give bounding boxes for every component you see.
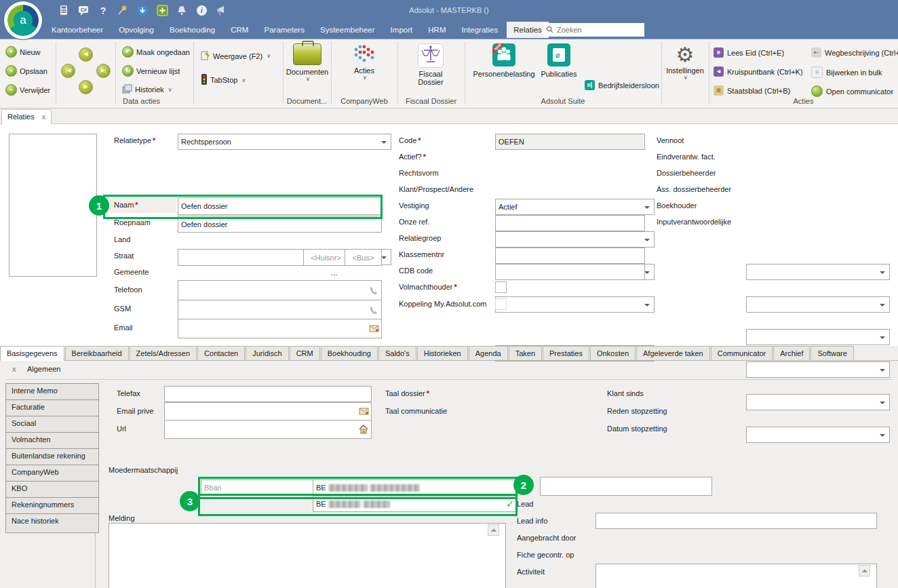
lead-info-input[interactable] [596, 513, 877, 529]
tab-afgeleverde-taken[interactable]: Afgeleverde taken [636, 346, 710, 360]
nav-next-button[interactable]: ▶ [79, 80, 93, 94]
email-prive-input[interactable] [164, 402, 372, 421]
personenbelasting-button[interactable]: NEW Personenbelasting [471, 43, 536, 78]
info-icon[interactable]: i [195, 5, 208, 17]
telefoon-input[interactable] [178, 280, 382, 300]
btw-number-field[interactable]: BE ✓ [313, 496, 518, 512]
tab-contacten[interactable]: Contacten [197, 346, 245, 360]
scroll-up-arrow[interactable] [488, 524, 499, 536]
tab-agenda[interactable]: Agenda [469, 346, 508, 360]
instellingen-button[interactable]: ⚙ Instellingen∨ [663, 45, 707, 81]
staatsblad-button[interactable]: ≋Staatsblad (Ctrl+B) [714, 85, 790, 96]
bus-input[interactable] [345, 249, 382, 266]
telefax-input[interactable] [164, 386, 372, 402]
download-icon[interactable] [136, 5, 149, 17]
bell-icon[interactable] [176, 5, 188, 17]
url-input[interactable] [164, 420, 372, 439]
open-communicator-button[interactable]: Open communicator [811, 85, 893, 97]
straat-input[interactable] [178, 249, 307, 266]
dossierbeheerder-dropdown[interactable] [746, 329, 890, 345]
menu-import[interactable]: Import [384, 22, 420, 38]
megaphone-icon[interactable] [216, 5, 228, 17]
relatietype-dropdown[interactable]: Rechtspersoon [178, 134, 391, 150]
klassementnr-input[interactable] [495, 248, 645, 264]
menu-hrm[interactable]: HRM [421, 22, 452, 38]
gsm-input[interactable] [178, 300, 382, 319]
menu-kantoorbeheer[interactable]: Kantoorbeheer [45, 22, 110, 38]
koppeling-checkbox[interactable] [495, 298, 507, 310]
weergave-button[interactable]: Weergave (F2)∨ [201, 50, 271, 62]
sidebar-item-nace-historiek[interactable]: Nace historiek [5, 513, 99, 533]
menu-systeembeheer[interactable]: Systeembeheer [313, 22, 382, 38]
tab-boekhouding[interactable]: Boekhouding [321, 346, 378, 360]
tab-crm[interactable]: CRM [290, 346, 320, 360]
tab-juridisch[interactable]: Juridisch [246, 346, 288, 360]
fiscaal-dossier-button[interactable]: Fiscaal Dossier [407, 43, 454, 86]
add-icon[interactable] [156, 5, 168, 17]
close-tab-icon[interactable]: x [42, 113, 46, 121]
naam-input[interactable] [178, 197, 382, 215]
companyweb-acties-button[interactable]: Acties∨ [338, 43, 391, 81]
scroll-up-arrow[interactable] [859, 565, 870, 576]
maak-ongedaan-button[interactable]: ↶Maak ongedaan [122, 46, 190, 58]
tab-saldos[interactable]: Saldo's [378, 346, 416, 360]
code-bubble-icon[interactable]: C# [77, 5, 90, 17]
vennoot-dropdown[interactable] [746, 264, 890, 280]
pin-icon[interactable] [117, 5, 129, 17]
kruispuntbank-button[interactable]: ◄Kruispuntbank (Ctrl+K) [714, 66, 803, 77]
menu-opvolging[interactable]: Opvolging [112, 22, 161, 38]
documenten-button[interactable]: Documenten∨ [285, 43, 330, 82]
nav-first-button[interactable]: |◀ [61, 64, 75, 78]
opslaan-button[interactable]: ▪Opslaan [5, 65, 47, 77]
historiek-button[interactable]: Historiek∨ [122, 84, 172, 95]
boekhouder-dropdown[interactable] [746, 394, 890, 410]
roepnaam-input[interactable] [178, 216, 382, 233]
ribbon-search[interactable] [543, 23, 644, 37]
rechtsvorm-dropdown[interactable] [495, 231, 655, 248]
bban-number-field[interactable]: BE [313, 479, 518, 496]
tab-zetels-adressen[interactable]: Zetels/Adressen [130, 346, 197, 360]
publicaties-button[interactable]: ⌀ Publicaties [538, 43, 580, 78]
tab-basisgegevens[interactable]: Basisgegevens [0, 346, 64, 361]
collapse-section-icon[interactable]: x [12, 365, 16, 373]
vernieuw-lijst-button[interactable]: ↻Vernieuw lijst [122, 65, 180, 77]
bban-type-input[interactable] [201, 479, 317, 496]
nav-last-button[interactable]: ▶| [96, 64, 111, 78]
calculator-icon[interactable] [58, 5, 70, 17]
help-icon[interactable]: ? [97, 5, 109, 17]
email-input[interactable] [178, 319, 382, 338]
vestiging-dropdown[interactable] [495, 296, 655, 313]
tab-bereikbaarheid[interactable]: Bereikbaarheid [65, 346, 129, 360]
eindverantw-dropdown[interactable] [746, 296, 890, 313]
menu-crm[interactable]: CRM [224, 22, 255, 38]
cdb-code-input[interactable] [495, 264, 645, 280]
menu-boekhouding[interactable]: Boekhouding [163, 22, 222, 38]
tab-prestaties[interactable]: Prestaties [543, 346, 589, 360]
menu-parameters[interactable]: Parameters [258, 22, 311, 38]
menu-integraties[interactable]: Integraties [455, 22, 505, 38]
relatie-photo-placeholder[interactable] [9, 134, 97, 277]
gemeente-browse-button[interactable]: … [324, 267, 345, 279]
volmachthouder-checkbox[interactable] [495, 281, 507, 293]
huisnr-input[interactable] [303, 249, 349, 266]
tab-archief[interactable]: Archief [773, 346, 810, 360]
tab-onkosten[interactable]: Onkosten [590, 346, 636, 360]
inputverantwoordelijke-dropdown[interactable] [746, 427, 890, 443]
onze-ref-input[interactable] [495, 215, 645, 231]
tab-historieken[interactable]: Historieken [417, 346, 468, 360]
verwijder-button[interactable]: −Verwijder [5, 84, 50, 96]
tab-communicator[interactable]: Communicator [711, 346, 773, 360]
nav-previous-button[interactable]: ◀ [79, 47, 93, 62]
actief-dropdown[interactable]: Actief [495, 199, 655, 215]
search-input[interactable] [555, 25, 640, 35]
bedrijfsleidersloon-button[interactable]: ıı|Bedrijfsleidersloon [585, 80, 659, 90]
wegbeschrijving-button[interactable]: ⇠Wegbeschrijving (Ctrl+ [811, 47, 898, 58]
tab-taken[interactable]: Taken [509, 346, 542, 360]
bijwerken-bulk-button[interactable]: ≡Bijwerken in bulk [811, 66, 882, 78]
lees-eid-button[interactable]: eLees Eid (Ctrl+E) [714, 47, 784, 58]
activiteit-textarea[interactable] [596, 564, 877, 588]
melding-textarea[interactable] [109, 523, 506, 588]
nieuw-button[interactable]: +Nieuw [5, 46, 41, 58]
tab-software[interactable]: Software [811, 346, 853, 360]
extra-bank-input[interactable] [540, 477, 712, 496]
